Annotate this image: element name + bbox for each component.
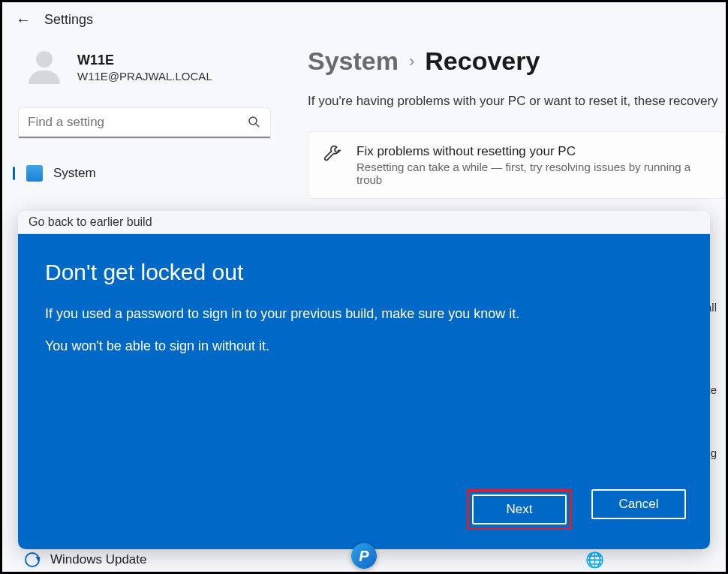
sidebar-item-windows-update[interactable]: Windows Update [19, 552, 147, 567]
user-block[interactable]: W11E W11E@PRAJWAL.LOCAL [19, 47, 270, 89]
dialog-body: Don't get locked out If you used a passw… [18, 234, 710, 549]
search-wrap [19, 108, 270, 138]
sidebar-item-system[interactable]: System [19, 159, 270, 188]
breadcrumb: System › Recovery [308, 47, 726, 76]
highlight-box: Next [467, 489, 572, 530]
wrench-icon [322, 146, 343, 167]
dialog-title: Don't get locked out [45, 260, 683, 285]
nav-list: System [19, 159, 270, 188]
svg-point-0 [249, 117, 257, 125]
rollback-dialog: Go back to earlier build Don't get locke… [18, 211, 710, 549]
breadcrumb-current: Recovery [425, 47, 540, 76]
help-with-recovery[interactable]: 🌐 [585, 551, 709, 569]
avatar-icon [23, 47, 65, 89]
dialog-header: Go back to earlier build [18, 211, 710, 234]
chevron-right-icon: › [409, 52, 414, 71]
next-button[interactable]: Next [472, 494, 567, 524]
app-title: Settings [44, 12, 93, 28]
card-title: Fix problems without resetting your PC [356, 144, 711, 159]
dialog-buttons: Next Cancel [467, 489, 686, 530]
fix-problems-card[interactable]: Fix problems without resetting your PC R… [308, 131, 726, 199]
dialog-line2: You won't be able to sign in without it. [45, 338, 683, 354]
breadcrumb-parent[interactable]: System [308, 47, 399, 76]
svg-line-1 [256, 124, 259, 127]
back-arrow-icon[interactable]: ← [16, 11, 31, 29]
system-icon [26, 165, 43, 182]
user-name: W11E [77, 53, 212, 68]
update-icon [25, 552, 40, 567]
card-subtitle: Resetting can take a while — first, try … [356, 161, 711, 186]
globe-icon: 🌐 [585, 551, 604, 569]
sidebar-item-label: Windows Update [50, 552, 147, 567]
user-email: W11E@PRAJWAL.LOCAL [77, 70, 212, 83]
main-description: If you're having problems with your PC o… [308, 94, 726, 109]
search-icon[interactable] [248, 116, 260, 131]
cancel-button[interactable]: Cancel [591, 489, 686, 519]
search-input[interactable] [19, 108, 270, 138]
topbar: ← Settings [2, 2, 726, 33]
dialog-line1: If you used a password to sign in to you… [45, 306, 683, 322]
settings-window: ← Settings W11E W11E@PRAJWAL.LOCAL [0, 0, 728, 574]
watermark: P [351, 543, 377, 569]
sidebar-item-label: System [53, 166, 96, 181]
